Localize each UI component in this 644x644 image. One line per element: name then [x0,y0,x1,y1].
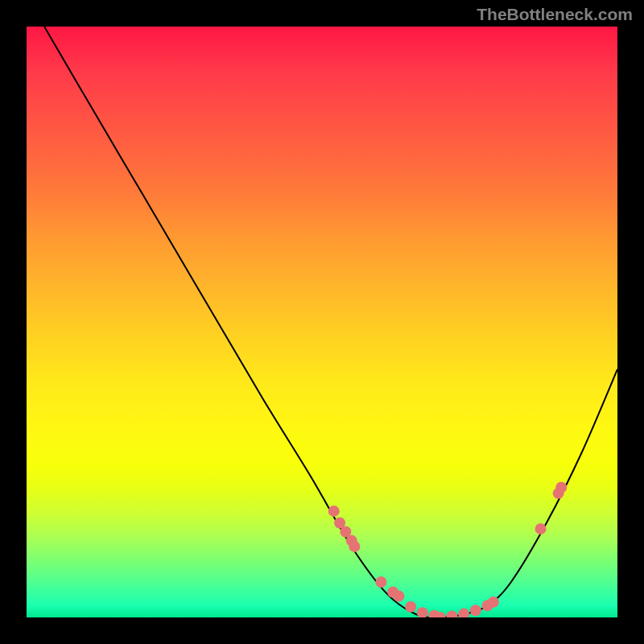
chart-svg [27,27,617,617]
marker-dot [488,597,499,608]
marker-dot [375,576,386,588]
marker-dot [417,607,428,617]
marker-dot [393,591,404,602]
watermark-text: TheBottleneck.com [477,5,633,24]
chart-plot-area [27,27,617,617]
marker-dot [446,611,457,617]
marker-dot [328,506,340,517]
marker-dot [349,541,360,552]
marker-dot [405,601,416,613]
marker-dot [555,482,567,493]
marker-dot [470,605,481,616]
marker-dot [535,523,547,535]
marker-dot [458,609,469,617]
bottleneck-curve [44,27,617,617]
